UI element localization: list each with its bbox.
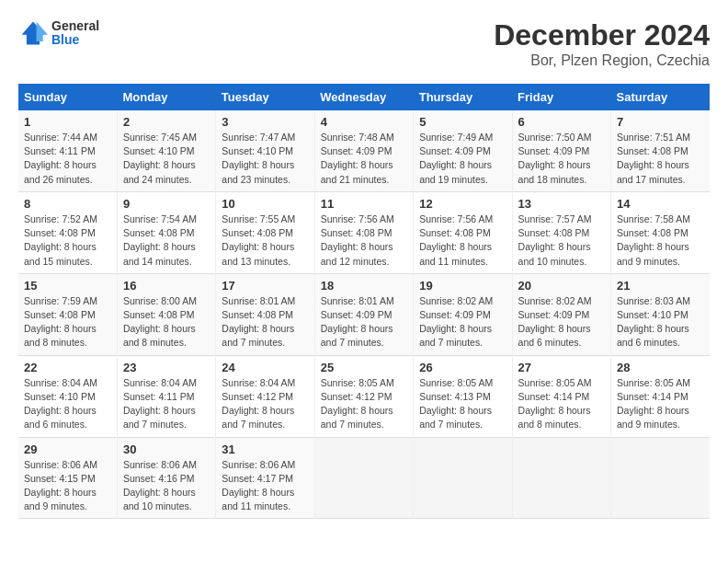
day-cell: 1Sunrise: 7:44 AMSunset: 4:11 PMDaylight… xyxy=(18,110,117,191)
day-cell: 26Sunrise: 8:05 AMSunset: 4:13 PMDayligh… xyxy=(414,355,512,437)
title-area: December 2024 Bor, Plzen Region, Czechia xyxy=(494,18,710,69)
calendar-table: Sunday Monday Tuesday Wednesday Thursday… xyxy=(18,84,710,519)
day-info: Sunrise: 8:05 AMSunset: 4:12 PMDaylight:… xyxy=(321,376,407,432)
day-cell: 3Sunrise: 7:47 AMSunset: 4:10 PMDaylight… xyxy=(216,110,314,191)
day-info: Sunrise: 8:06 AMSunset: 4:16 PMDaylight:… xyxy=(123,458,210,514)
day-cell: 28Sunrise: 8:05 AMSunset: 4:14 PMDayligh… xyxy=(611,355,710,437)
day-cell: 20Sunrise: 8:02 AMSunset: 4:09 PMDayligh… xyxy=(512,273,610,355)
calendar-header: Sunday Monday Tuesday Wednesday Thursday… xyxy=(18,84,710,110)
day-info: Sunrise: 7:54 AMSunset: 4:08 PMDaylight:… xyxy=(123,213,210,269)
day-number: 22 xyxy=(24,361,111,374)
day-info: Sunrise: 7:51 AMSunset: 4:08 PMDaylight:… xyxy=(617,131,704,187)
day-number: 2 xyxy=(123,115,210,129)
day-number: 11 xyxy=(321,197,407,211)
day-number: 8 xyxy=(24,197,111,211)
day-number: 27 xyxy=(518,361,605,374)
day-cell: 7Sunrise: 7:51 AMSunset: 4:08 PMDaylight… xyxy=(611,110,710,191)
day-cell: 10Sunrise: 7:55 AMSunset: 4:08 PMDayligh… xyxy=(216,191,314,273)
day-cell: 25Sunrise: 8:05 AMSunset: 4:12 PMDayligh… xyxy=(314,355,413,437)
logo-text: General Blue xyxy=(51,19,99,48)
day-info: Sunrise: 7:58 AMSunset: 4:08 PMDaylight:… xyxy=(617,213,704,269)
day-number: 5 xyxy=(419,115,506,129)
day-cell: 24Sunrise: 8:04 AMSunset: 4:12 PMDayligh… xyxy=(216,355,314,437)
day-cell: 12Sunrise: 7:56 AMSunset: 4:08 PMDayligh… xyxy=(414,191,512,273)
day-number: 26 xyxy=(419,361,506,374)
day-info: Sunrise: 7:52 AMSunset: 4:08 PMDaylight:… xyxy=(24,213,111,269)
day-cell: 29Sunrise: 8:06 AMSunset: 4:15 PMDayligh… xyxy=(18,437,117,519)
day-info: Sunrise: 8:02 AMSunset: 4:09 PMDaylight:… xyxy=(518,294,605,350)
col-thursday: Thursday xyxy=(414,84,512,110)
day-info: Sunrise: 8:06 AMSunset: 4:15 PMDaylight:… xyxy=(24,458,111,514)
page-header: General Blue December 2024 Bor, Plzen Re… xyxy=(18,18,710,69)
day-number: 20 xyxy=(518,279,605,293)
header-row: Sunday Monday Tuesday Wednesday Thursday… xyxy=(18,84,710,110)
day-number: 18 xyxy=(321,279,407,293)
col-monday: Monday xyxy=(117,84,215,110)
day-number: 29 xyxy=(24,442,111,456)
day-info: Sunrise: 8:04 AMSunset: 4:10 PMDaylight:… xyxy=(24,376,111,432)
day-info: Sunrise: 7:45 AMSunset: 4:10 PMDaylight:… xyxy=(123,131,210,187)
col-sunday: Sunday xyxy=(18,84,117,110)
day-cell: 30Sunrise: 8:06 AMSunset: 4:16 PMDayligh… xyxy=(117,437,215,519)
day-cell: 22Sunrise: 8:04 AMSunset: 4:10 PMDayligh… xyxy=(18,355,117,437)
day-info: Sunrise: 7:50 AMSunset: 4:09 PMDaylight:… xyxy=(518,131,605,187)
day-cell xyxy=(414,437,512,519)
day-info: Sunrise: 7:56 AMSunset: 4:08 PMDaylight:… xyxy=(321,213,407,269)
col-wednesday: Wednesday xyxy=(314,84,413,110)
day-cell xyxy=(314,437,413,519)
location: Bor, Plzen Region, Czechia xyxy=(494,52,710,69)
day-cell: 18Sunrise: 8:01 AMSunset: 4:09 PMDayligh… xyxy=(314,273,413,355)
day-cell: 6Sunrise: 7:50 AMSunset: 4:09 PMDaylight… xyxy=(512,110,610,191)
day-info: Sunrise: 8:01 AMSunset: 4:08 PMDaylight:… xyxy=(222,294,308,350)
day-number: 12 xyxy=(419,197,506,211)
day-info: Sunrise: 8:05 AMSunset: 4:14 PMDaylight:… xyxy=(518,376,605,432)
week-row-5: 29Sunrise: 8:06 AMSunset: 4:15 PMDayligh… xyxy=(18,437,710,519)
day-number: 31 xyxy=(222,442,308,456)
day-number: 15 xyxy=(24,279,111,293)
day-number: 23 xyxy=(123,361,210,374)
day-cell: 13Sunrise: 7:57 AMSunset: 4:08 PMDayligh… xyxy=(512,191,610,273)
col-saturday: Saturday xyxy=(611,84,710,110)
logo: General Blue xyxy=(18,18,99,48)
day-cell: 31Sunrise: 8:06 AMSunset: 4:17 PMDayligh… xyxy=(216,437,314,519)
day-info: Sunrise: 7:49 AMSunset: 4:09 PMDaylight:… xyxy=(419,131,506,187)
day-number: 4 xyxy=(321,115,407,129)
day-cell: 8Sunrise: 7:52 AMSunset: 4:08 PMDaylight… xyxy=(18,191,117,273)
day-cell: 23Sunrise: 8:04 AMSunset: 4:11 PMDayligh… xyxy=(117,355,215,437)
day-number: 25 xyxy=(321,361,407,374)
day-info: Sunrise: 7:44 AMSunset: 4:11 PMDaylight:… xyxy=(24,131,111,187)
day-number: 30 xyxy=(123,442,210,456)
day-cell: 4Sunrise: 7:48 AMSunset: 4:09 PMDaylight… xyxy=(314,110,413,191)
day-cell: 5Sunrise: 7:49 AMSunset: 4:09 PMDaylight… xyxy=(414,110,512,191)
day-cell: 9Sunrise: 7:54 AMSunset: 4:08 PMDaylight… xyxy=(117,191,215,273)
day-info: Sunrise: 7:55 AMSunset: 4:08 PMDaylight:… xyxy=(222,213,308,269)
day-cell xyxy=(611,437,710,519)
day-info: Sunrise: 8:06 AMSunset: 4:17 PMDaylight:… xyxy=(222,458,308,514)
day-cell: 14Sunrise: 7:58 AMSunset: 4:08 PMDayligh… xyxy=(611,191,710,273)
day-info: Sunrise: 8:03 AMSunset: 4:10 PMDaylight:… xyxy=(617,294,704,350)
logo-general: General xyxy=(51,19,99,33)
day-cell: 16Sunrise: 8:00 AMSunset: 4:08 PMDayligh… xyxy=(117,273,215,355)
day-number: 1 xyxy=(24,115,111,129)
day-info: Sunrise: 8:00 AMSunset: 4:08 PMDaylight:… xyxy=(123,294,210,350)
day-number: 10 xyxy=(222,197,308,211)
day-cell: 21Sunrise: 8:03 AMSunset: 4:10 PMDayligh… xyxy=(611,273,710,355)
week-row-2: 8Sunrise: 7:52 AMSunset: 4:08 PMDaylight… xyxy=(18,191,710,273)
day-cell: 27Sunrise: 8:05 AMSunset: 4:14 PMDayligh… xyxy=(512,355,610,437)
day-number: 3 xyxy=(222,115,308,129)
day-info: Sunrise: 8:02 AMSunset: 4:09 PMDaylight:… xyxy=(419,294,506,350)
day-number: 21 xyxy=(617,279,704,293)
col-tuesday: Tuesday xyxy=(216,84,314,110)
day-number: 16 xyxy=(123,279,210,293)
day-info: Sunrise: 7:59 AMSunset: 4:08 PMDaylight:… xyxy=(24,294,111,350)
day-info: Sunrise: 8:05 AMSunset: 4:13 PMDaylight:… xyxy=(419,376,506,432)
day-number: 6 xyxy=(518,115,605,129)
day-cell: 11Sunrise: 7:56 AMSunset: 4:08 PMDayligh… xyxy=(314,191,413,273)
day-info: Sunrise: 8:04 AMSunset: 4:11 PMDaylight:… xyxy=(123,376,210,432)
day-number: 9 xyxy=(123,197,210,211)
day-number: 14 xyxy=(617,197,704,211)
day-number: 19 xyxy=(419,279,506,293)
day-info: Sunrise: 7:47 AMSunset: 4:10 PMDaylight:… xyxy=(222,131,308,187)
day-cell: 2Sunrise: 7:45 AMSunset: 4:10 PMDaylight… xyxy=(117,110,215,191)
day-cell: 19Sunrise: 8:02 AMSunset: 4:09 PMDayligh… xyxy=(414,273,512,355)
